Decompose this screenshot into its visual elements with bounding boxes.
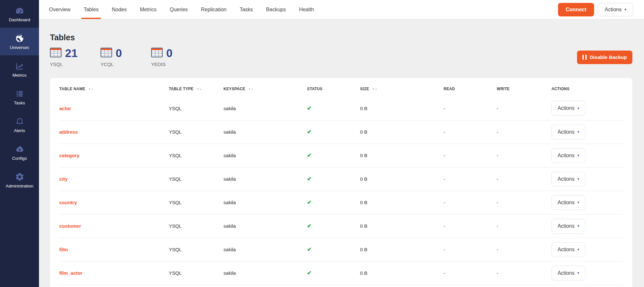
table-name-link[interactable]: address <box>59 129 78 135</box>
size-cell: 0 B <box>360 247 368 252</box>
sort-desc-icon: ▼ <box>88 88 91 91</box>
stat-label: YCQL <box>101 62 151 67</box>
write-cell: - <box>497 270 498 276</box>
write-cell: - <box>497 247 498 252</box>
page-title: Tables <box>50 33 632 42</box>
keyspace-cell: sakila <box>224 200 236 205</box>
sort-icons[interactable]: ▼▲ <box>248 88 254 91</box>
sort-icons[interactable]: ▼▲ <box>197 88 202 91</box>
sidebar-item-alerts[interactable]: Alerts <box>0 111 39 139</box>
stat-label: YSQL <box>50 62 101 67</box>
table-name-link[interactable]: actor <box>59 106 71 111</box>
row-actions-dropdown[interactable]: Actions ▾ <box>552 266 585 281</box>
row-actions-dropdown[interactable]: Actions ▾ <box>552 219 585 234</box>
size-cell: 0 B <box>360 129 368 135</box>
gauge-icon <box>14 5 25 16</box>
gear-icon <box>15 172 24 182</box>
column-header-keyspace[interactable]: KEYSPACE ▼▲ <box>223 81 307 97</box>
table-name-link[interactable]: country <box>59 200 77 205</box>
column-header-table-name[interactable]: TABLE NAME ▼▲ <box>59 81 168 97</box>
read-cell: - <box>444 270 445 276</box>
topbar-actions: Connect Actions ▾ <box>558 3 633 16</box>
status-success-icon: ✔ <box>307 176 312 182</box>
row-actions-dropdown[interactable]: Actions ▾ <box>552 172 585 187</box>
table-type-cell: YSQL <box>169 223 182 229</box>
size-cell: 0 B <box>360 223 368 229</box>
status-success-icon: ✔ <box>307 246 312 253</box>
row-actions-dropdown[interactable]: Actions ▾ <box>552 148 585 163</box>
chevron-down-icon: ▾ <box>624 8 626 11</box>
keyspace-cell: sakila <box>224 129 236 135</box>
tab-replication[interactable]: Replication <box>201 0 226 19</box>
chevron-down-icon: ▾ <box>577 248 579 251</box>
cloud-upload-icon <box>14 144 25 154</box>
chevron-down-icon: ▾ <box>577 177 579 181</box>
tab-overview[interactable]: Overview <box>49 0 71 19</box>
read-cell: - <box>444 223 445 229</box>
table-row: film_actor YSQL sakila ✔ 0 B - - Actions… <box>59 261 623 285</box>
sidebar-item-tasks[interactable]: Tasks <box>0 83 39 111</box>
chevron-down-icon: ▾ <box>577 154 579 157</box>
tab-tasks[interactable]: Tasks <box>240 0 253 19</box>
table-name-link[interactable]: customer <box>59 223 81 229</box>
sort-asc-icon: ▲ <box>91 88 94 91</box>
universe-actions-dropdown[interactable]: Actions ▾ <box>598 3 633 16</box>
pause-icon <box>582 55 587 60</box>
tables-card: TABLE NAME ▼▲ TABLE TYPE ▼▲ KEYSPACE ▼▲ … <box>50 78 632 287</box>
column-header-table-type[interactable]: TABLE TYPE ▼▲ <box>168 81 223 97</box>
row-actions-dropdown[interactable]: Actions ▾ <box>552 242 585 257</box>
tab-tables[interactable]: Tables <box>84 0 99 19</box>
tab-metrics[interactable]: Metrics <box>140 0 157 19</box>
read-cell: - <box>444 200 445 205</box>
tab-queries[interactable]: Queries <box>170 0 188 19</box>
disable-backup-button[interactable]: Disable Backup <box>577 51 632 64</box>
read-cell: - <box>444 247 445 252</box>
bell-icon <box>15 116 24 127</box>
sort-icons[interactable]: ▼▲ <box>372 88 378 91</box>
table-type-cell: YSQL <box>169 200 182 205</box>
write-cell: - <box>497 106 498 111</box>
status-success-icon: ✔ <box>307 199 312 206</box>
keyspace-cell: sakila <box>224 223 236 229</box>
stats-row: 21 YSQL 0 YCQL 0 YEDIS Disable Backup <box>50 47 632 67</box>
table-name-link[interactable]: city <box>59 176 68 182</box>
table-row: country YSQL sakila ✔ 0 B - - Actions ▾ <box>59 191 623 214</box>
stat-yedis: 0 YEDIS <box>151 47 202 67</box>
size-cell: 0 B <box>360 106 368 111</box>
table-grid-icon <box>50 48 62 59</box>
sort-icons[interactable]: ▼▲ <box>88 88 94 91</box>
write-cell: - <box>497 223 498 229</box>
disable-backup-label: Disable Backup <box>590 54 627 60</box>
size-cell: 0 B <box>360 200 368 205</box>
row-actions-dropdown[interactable]: Actions ▾ <box>552 195 585 210</box>
tab-nodes[interactable]: Nodes <box>112 0 127 19</box>
sidebar-item-configs[interactable]: Configs <box>0 139 39 166</box>
sort-asc-icon: ▲ <box>251 88 254 91</box>
keyspace-cell: sakila <box>224 106 236 111</box>
tab-backups[interactable]: Backups <box>266 0 286 19</box>
connect-button[interactable]: Connect <box>558 3 594 16</box>
column-header-size[interactable]: SIZE ▼▲ <box>360 81 443 97</box>
tables-page: Tables 21 YSQL 0 YCQL 0 YEDIS Disable Ba… <box>39 19 644 287</box>
write-cell: - <box>497 129 498 135</box>
table-type-cell: YSQL <box>169 153 182 158</box>
sort-desc-icon: ▼ <box>197 88 199 91</box>
actions-dropdown-label: Actions <box>605 7 621 13</box>
sidebar-item-universes[interactable]: Universes <box>0 28 39 55</box>
sidebar-item-administration[interactable]: Administration <box>0 166 39 194</box>
sidebar-item-metrics[interactable]: Metrics <box>0 55 39 83</box>
tab-health[interactable]: Health <box>299 0 314 19</box>
table-row: actor YSQL sakila ✔ 0 B - - Actions ▾ <box>59 97 623 120</box>
table-name-link[interactable]: film_actor <box>59 270 82 276</box>
table-row: customer YSQL sakila ✔ 0 B - - Actions ▾ <box>59 214 623 238</box>
status-success-icon: ✔ <box>307 270 312 276</box>
sidebar-item-dashboard[interactable]: Dashboard <box>0 0 39 28</box>
stat-ycql: 0 YCQL <box>101 47 151 67</box>
table-name-link[interactable]: category <box>59 153 80 158</box>
row-actions-dropdown[interactable]: Actions ▾ <box>552 101 585 116</box>
chevron-down-icon: ▾ <box>577 224 579 228</box>
table-row: city YSQL sakila ✔ 0 B - - Actions ▾ <box>59 167 623 191</box>
column-header-status: STATUS <box>307 81 360 97</box>
table-name-link[interactable]: film <box>59 247 68 252</box>
row-actions-dropdown[interactable]: Actions ▾ <box>552 125 585 139</box>
